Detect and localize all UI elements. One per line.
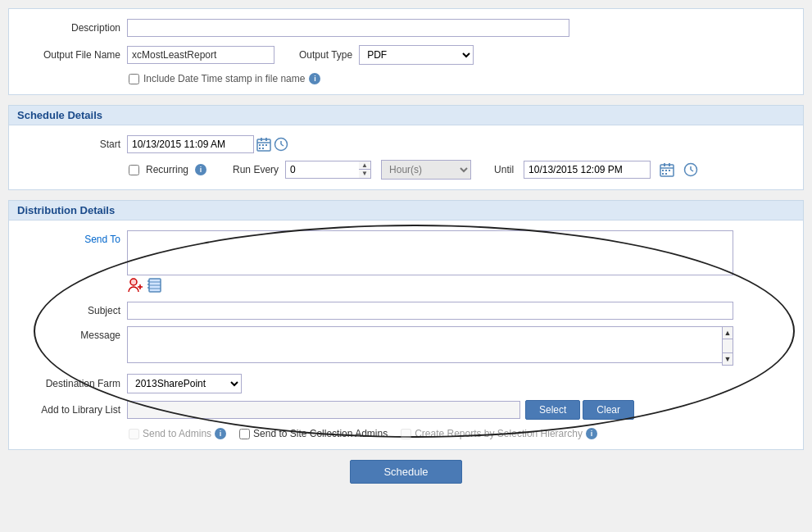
add-library-row: Add to Library List Select Clear <box>22 400 790 420</box>
svg-rect-5 <box>262 144 264 146</box>
create-reports-label: Create Reports by Selection Hierarchy <box>415 428 583 439</box>
add-library-label: Add to Library List <box>22 404 120 416</box>
spinner-down[interactable]: ▼ <box>359 170 370 178</box>
include-datetime-label: Include Date Time stamp in file name <box>143 73 305 84</box>
send-to-admins-info-icon[interactable]: i <box>215 428 226 439</box>
recurring-label: Recurring <box>146 164 188 175</box>
message-scrollbar: ▲ ▼ <box>722 326 733 366</box>
output-file-label: Output File Name <box>22 49 120 61</box>
top-card: Description Output File Name Output Type… <box>8 8 804 95</box>
create-reports-item: Create Reports by Selection Hierarchy i <box>401 428 597 439</box>
send-to-site-admins-checkbox[interactable] <box>239 429 250 439</box>
svg-rect-15 <box>669 163 670 166</box>
send-to-label: Send To <box>22 230 120 245</box>
send-to-icons <box>127 278 733 295</box>
svg-rect-4 <box>259 144 261 146</box>
schedule-details-card: Schedule Details Start <box>8 105 804 190</box>
svg-rect-16 <box>662 170 664 171</box>
output-row: Output File Name Output Type PDF Excel W… <box>22 45 790 65</box>
send-to-site-admins-label: Send to Site Collection Admins <box>253 428 388 439</box>
start-calendar-icon[interactable] <box>256 137 271 152</box>
recurring-info-icon[interactable]: i <box>195 164 206 175</box>
clear-button[interactable]: Clear <box>583 400 634 420</box>
message-textarea[interactable] <box>127 326 733 363</box>
include-datetime-info-icon[interactable]: i <box>309 73 320 84</box>
distribution-body: Send To <box>9 221 803 449</box>
select-button[interactable]: Select <box>525 400 580 420</box>
output-type-label: Output Type <box>299 49 352 61</box>
svg-rect-18 <box>669 170 670 171</box>
add-library-input[interactable] <box>127 401 520 419</box>
send-to-right <box>127 230 733 295</box>
schedule-section-header: Schedule Details <box>9 106 803 125</box>
recurring-row: Recurring i Run Every ▲ ▼ Hour(s) Day(s)… <box>129 160 790 180</box>
send-to-site-admins-item: Send to Site Collection Admins <box>239 428 388 439</box>
hour-select[interactable]: Hour(s) Day(s) Week(s) Month(s) <box>381 160 471 180</box>
subject-label: Subject <box>22 305 120 316</box>
description-input[interactable] <box>127 19 569 37</box>
subject-input[interactable] <box>127 302 733 320</box>
distribution-details-card: Distribution Details Send To <box>8 200 804 450</box>
subject-row: Subject <box>22 302 790 320</box>
scrollbar-down[interactable]: ▼ <box>723 352 733 365</box>
dest-farm-select[interactable]: 2013SharePoint <box>127 374 242 393</box>
run-every-label: Run Every <box>233 164 279 175</box>
until-datetime-input[interactable] <box>524 161 651 179</box>
send-to-admins-checkbox[interactable] <box>129 429 139 439</box>
message-row: Message ▲ ▼ <box>22 326 790 366</box>
svg-rect-3 <box>265 138 267 141</box>
svg-rect-17 <box>665 170 667 171</box>
person-add-icon[interactable] <box>127 278 143 295</box>
recurring-checkbox[interactable] <box>129 165 139 175</box>
start-clock-icon[interactable] <box>274 137 288 152</box>
schedule-button-row: Schedule <box>8 460 804 484</box>
svg-rect-7 <box>259 148 261 149</box>
address-book-icon[interactable] <box>147 278 163 295</box>
send-to-admins-item: Send to Admins i <box>129 428 226 439</box>
message-label: Message <box>22 326 120 341</box>
include-datetime-checkbox[interactable] <box>129 74 139 84</box>
until-label: Until <box>494 164 514 175</box>
svg-rect-14 <box>664 163 665 166</box>
dest-farm-label: Destination Farm <box>22 378 120 389</box>
send-to-textarea[interactable] <box>127 230 733 275</box>
include-datetime-row: Include Date Time stamp in file name i <box>129 73 790 84</box>
output-type-select[interactable]: PDF Excel Word <box>359 45 474 65</box>
start-datetime-input[interactable] <box>127 135 254 153</box>
scrollbar-up[interactable]: ▲ <box>723 327 733 339</box>
svg-rect-2 <box>261 138 262 141</box>
until-calendar-icon[interactable] <box>660 162 674 177</box>
svg-point-24 <box>130 279 137 285</box>
description-row: Description <box>22 19 790 37</box>
start-row: Start <box>22 135 790 153</box>
send-to-area: Send To <box>22 230 790 295</box>
start-label: Start <box>22 139 120 150</box>
create-reports-checkbox[interactable] <box>401 429 411 439</box>
output-file-input[interactable] <box>127 46 274 64</box>
schedule-button[interactable]: Schedule <box>350 460 461 484</box>
bottom-checkboxes: Send to Admins i Send to Site Collection… <box>129 428 790 439</box>
description-label: Description <box>22 22 120 34</box>
send-to-admins-label: Send to Admins <box>143 428 211 439</box>
svg-rect-6 <box>265 144 267 146</box>
spinner-up[interactable]: ▲ <box>359 161 370 170</box>
svg-rect-20 <box>665 173 667 175</box>
dest-farm-row: Destination Farm 2013SharePoint <box>22 374 790 393</box>
until-clock-icon[interactable] <box>683 162 698 177</box>
create-reports-info-icon[interactable]: i <box>586 428 597 439</box>
svg-rect-19 <box>662 173 664 175</box>
distribution-section-header: Distribution Details <box>9 201 803 221</box>
run-every-spinner[interactable]: ▲ ▼ <box>359 161 371 179</box>
svg-rect-8 <box>262 148 264 149</box>
run-every-input[interactable] <box>285 161 359 179</box>
run-every-wrapper: ▲ ▼ <box>285 161 371 179</box>
